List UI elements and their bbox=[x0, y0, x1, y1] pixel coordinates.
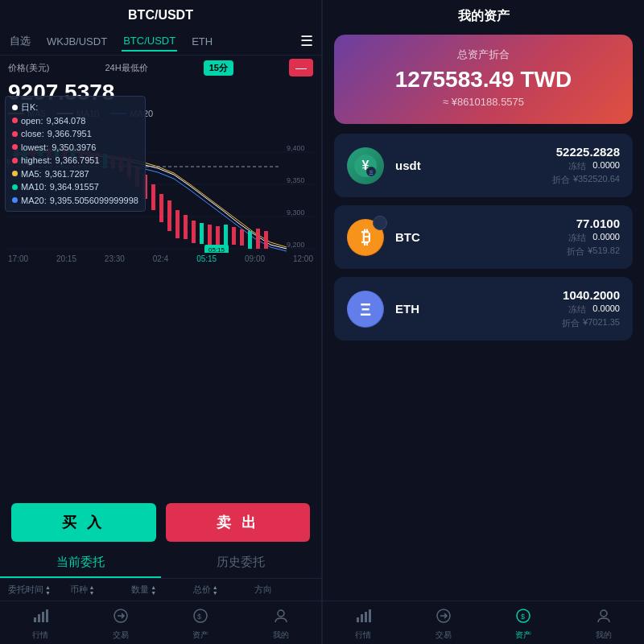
tooltip-highest-label: highest: bbox=[21, 154, 52, 167]
assets-icon-right: $ bbox=[515, 608, 531, 628]
time-2015: 20:15 bbox=[56, 254, 76, 263]
svg-rect-39 bbox=[200, 223, 204, 244]
col-direction: 方向 bbox=[254, 584, 313, 596]
tooltip-ma20-value: 9,395.5056099999998 bbox=[50, 194, 138, 208]
svg-rect-46 bbox=[256, 229, 260, 249]
svg-rect-43 bbox=[232, 227, 236, 245]
right-bottom-nav: 行情 交易 $ 资产 我的 bbox=[323, 601, 644, 644]
time-1200: 12:00 bbox=[293, 254, 313, 263]
tooltip-close-label: close: bbox=[21, 127, 44, 141]
nav-label-trade-left: 交易 bbox=[113, 630, 129, 641]
coin-details-btc: 77.0100 冻结 0.0000 折合 ¥519.82 bbox=[444, 217, 620, 258]
tooltip-lowest-label: lowest: bbox=[21, 141, 48, 155]
tooltip-day-label: 日K: bbox=[21, 101, 38, 114]
coin-amount-btc: 77.0100 bbox=[444, 217, 620, 230]
tooltip-ma5-label: MA5: bbox=[21, 167, 42, 181]
coin-icon-eth: Ξ bbox=[347, 291, 384, 328]
asset-card-eth: Ξ ETH 1040.2000 冻结 0.0000 折合 ¥7021.35 bbox=[334, 277, 633, 341]
usdt-equiv-label: 折合 bbox=[552, 174, 570, 186]
sell-button[interactable]: 卖 出 bbox=[166, 503, 311, 542]
usdt-frozen-label: 冻结 bbox=[568, 160, 586, 172]
action-buttons: 买 入 卖 出 bbox=[0, 497, 321, 548]
tooltip-close-value: 9,366.7951 bbox=[47, 127, 92, 141]
tab-current-orders[interactable]: 当前委托 bbox=[0, 548, 161, 578]
svg-text:9,300: 9,300 bbox=[287, 208, 305, 217]
asset-summary-title: 总资产折合 bbox=[350, 47, 617, 62]
coin-icon-btc: ₿ bbox=[347, 219, 384, 256]
sort-arrows-qty: ▲▼ bbox=[151, 584, 156, 596]
coin-details-eth: 1040.2000 冻结 0.0000 折合 ¥7021.35 bbox=[444, 288, 620, 329]
coin-name-usdt: usdt bbox=[395, 159, 436, 172]
coin-amount-eth: 1040.2000 bbox=[444, 288, 620, 302]
asset-total-twd: 1275583.49 TWD bbox=[350, 67, 617, 93]
assets-icon-left: $ bbox=[192, 608, 208, 628]
nav-tabs: 自选 WKJB/USDT BTC/USDT ETH ☰ bbox=[0, 27, 321, 56]
dot-lowest bbox=[12, 144, 18, 150]
svg-rect-37 bbox=[184, 215, 188, 239]
left-panel: BTC/USDT 自选 WKJB/USDT BTC/USDT ETH ☰ 价格(… bbox=[0, 0, 322, 644]
tooltip-highest-value: 9,366.7951 bbox=[56, 154, 100, 167]
nav-item-market-left[interactable]: 行情 bbox=[0, 608, 80, 641]
left-bottom-nav: 行情 交易 $ 资产 我的 bbox=[0, 601, 321, 644]
dot-highest bbox=[12, 158, 18, 163]
tooltip-ma20-label: MA20: bbox=[21, 194, 47, 208]
svg-rect-44 bbox=[240, 229, 244, 246]
eth-frozen-value: 0.0000 bbox=[592, 303, 620, 316]
svg-text:$: $ bbox=[521, 613, 525, 621]
price-24h-label: 24H最低价 bbox=[105, 62, 147, 74]
nav-item-profile-left[interactable]: 我的 bbox=[241, 608, 321, 641]
tab-wkjb[interactable]: WKJB/USDT bbox=[45, 32, 109, 51]
tab-eth[interactable]: ETH bbox=[190, 32, 214, 51]
coin-name-btc: BTC bbox=[395, 230, 436, 244]
tooltip-ma5-value: 9,361.7287 bbox=[45, 167, 89, 181]
dot-ma5 bbox=[12, 171, 18, 176]
time-0515: 05:15 bbox=[196, 254, 217, 263]
nav-item-profile-right[interactable]: 我的 bbox=[564, 608, 644, 641]
svg-rect-70 bbox=[365, 612, 367, 622]
sort-arrows-total: ▲▼ bbox=[213, 584, 218, 596]
sort-arrows-symbol: ▲▼ bbox=[89, 584, 95, 596]
nav-item-market-right[interactable]: 行情 bbox=[323, 608, 403, 641]
col-time: 委托时间 ▲▼ bbox=[8, 584, 67, 596]
svg-text:05:15: 05:15 bbox=[208, 246, 225, 253]
left-header: BTC/USDT bbox=[0, 0, 321, 27]
minus-badge[interactable]: — bbox=[289, 59, 313, 76]
time-badge[interactable]: 15分 bbox=[204, 60, 233, 76]
tooltip-ma10-value: 9,364.91557 bbox=[50, 180, 99, 194]
dot-ma20 bbox=[12, 197, 18, 203]
time-labels: 17:00 20:15 23:30 02:4 05:15 09:00 12:00 bbox=[0, 253, 321, 265]
tooltip-ma10-label: MA10: bbox=[21, 180, 47, 194]
chart-tooltip: 日K: open: 9,364.078 close: 9,366.7951 lo… bbox=[5, 96, 146, 212]
svg-rect-69 bbox=[361, 614, 363, 622]
svg-rect-71 bbox=[369, 609, 371, 622]
nav-label-market-right: 行情 bbox=[355, 630, 371, 641]
tab-zixuan[interactable]: 自选 bbox=[8, 31, 32, 52]
eth-frozen-label: 冻结 bbox=[568, 303, 586, 316]
buy-button[interactable]: 买 入 bbox=[11, 503, 156, 542]
svg-text:$: $ bbox=[197, 613, 201, 621]
dot-dayk bbox=[12, 105, 18, 110]
btc-circle-overlay bbox=[373, 216, 387, 230]
tab-history-orders[interactable]: 历史委托 bbox=[161, 548, 322, 578]
nav-item-trade-left[interactable]: 交易 bbox=[80, 608, 161, 641]
usdt-frozen-value: 0.0000 bbox=[592, 160, 620, 172]
svg-rect-55 bbox=[46, 609, 48, 622]
svg-rect-42 bbox=[224, 225, 228, 247]
svg-rect-45 bbox=[248, 231, 252, 249]
nav-label-profile-left: 我的 bbox=[273, 630, 289, 641]
profile-icon-left bbox=[273, 608, 289, 628]
nav-item-assets-left[interactable]: $ 资产 bbox=[161, 608, 242, 641]
hamburger-menu-icon[interactable]: ☰ bbox=[300, 32, 313, 50]
asset-card-btc: ₿ BTC 77.0100 冻结 0.0000 折合 ¥519.82 bbox=[334, 205, 633, 269]
tab-btcusdt[interactable]: BTC/USDT bbox=[122, 31, 177, 52]
dot-close bbox=[12, 131, 18, 137]
svg-rect-47 bbox=[264, 231, 268, 249]
nav-item-trade-right[interactable]: 交易 bbox=[403, 608, 484, 641]
col-total: 总价 ▲▼ bbox=[193, 584, 252, 596]
svg-rect-38 bbox=[192, 221, 196, 243]
nav-item-assets-right[interactable]: $ 资产 bbox=[484, 608, 564, 641]
nav-label-assets-left: 资产 bbox=[192, 630, 208, 641]
svg-rect-52 bbox=[34, 617, 36, 622]
btc-frozen-label: 冻结 bbox=[568, 232, 586, 244]
svg-text:9,200: 9,200 bbox=[287, 241, 305, 249]
